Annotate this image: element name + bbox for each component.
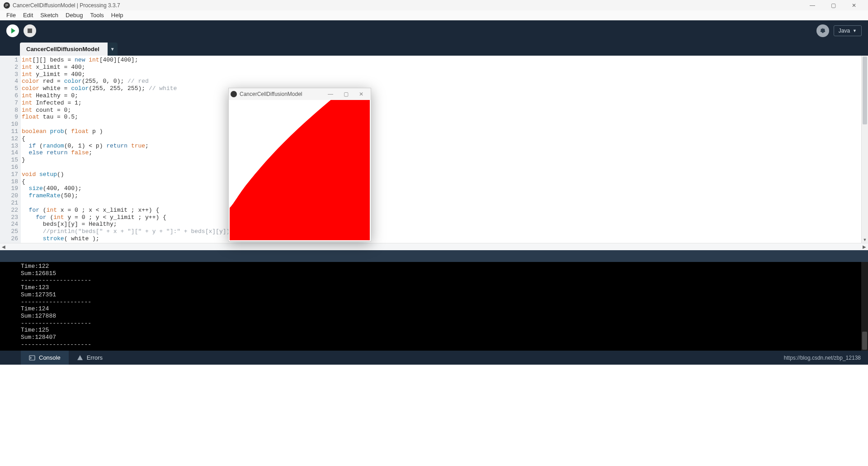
menu-help[interactable]: Help — [108, 12, 127, 19]
status-strip — [0, 250, 868, 262]
console-line: Time:122 — [21, 263, 868, 270]
toolbar: Java ▼ — [0, 20, 868, 41]
language-label: Java — [839, 28, 850, 34]
sketch-close-button[interactable]: ✕ — [354, 91, 369, 97]
console-line: Sum:126815 — [21, 270, 868, 277]
console-line: -------------------- — [21, 277, 868, 284]
editor-horizontal-scrollbar[interactable]: ◀ ▶ — [0, 243, 868, 250]
code-line[interactable]: int count = 0; — [22, 107, 861, 114]
scroll-down-icon[interactable]: ▼ — [862, 236, 868, 243]
console-scroll-thumb[interactable] — [862, 332, 867, 350]
code-line[interactable]: //println("beds[" + x + "][" + y + "]:" … — [22, 228, 861, 235]
menubar: File Edit Sketch Debug Tools Help — [0, 10, 868, 20]
code-line[interactable]: stroke( white ); — [22, 235, 861, 243]
window-minimize-button[interactable]: — — [802, 0, 823, 10]
stop-button[interactable] — [24, 24, 36, 37]
window-title: CancerCellDiffusionModel | Processing 3.… — [13, 2, 120, 9]
editor: 1234567891011121314151617181920212223242… — [0, 56, 868, 243]
code-line[interactable]: frameRate(50); — [22, 192, 861, 200]
menu-file[interactable]: File — [3, 12, 19, 19]
editor-vertical-scrollbar[interactable]: ▲ ▼ — [861, 56, 868, 243]
code-line[interactable] — [22, 121, 861, 128]
os-titlebar: P CancerCellDiffusionModel | Processing … — [0, 0, 868, 10]
console-line: Time:124 — [21, 305, 868, 313]
console-line: -------------------- — [21, 341, 868, 348]
code-line[interactable]: int x_limit = 400; — [22, 64, 861, 71]
bottom-tab-console[interactable]: Console — [21, 351, 69, 365]
tab-row: CancerCellDiffusionModel ▼ — [0, 41, 868, 56]
bottom-bar: Console Errors https://blog.csdn.net/zbp… — [0, 351, 868, 365]
console-line: Sum:127888 — [21, 313, 868, 320]
stop-icon — [28, 29, 32, 33]
chevron-down-icon: ▼ — [853, 29, 857, 33]
code-line[interactable]: { — [22, 178, 861, 185]
console-line: Time:123 — [21, 284, 868, 291]
bottom-tab-errors[interactable]: Errors — [69, 351, 111, 365]
app-icon: P — [4, 2, 10, 9]
console-line: Sum:127351 — [21, 291, 868, 299]
code-line[interactable]: beds[x][y] = Healthy; — [22, 221, 861, 228]
console-icon — [29, 355, 35, 361]
diffusion-shape — [230, 100, 370, 240]
code-line[interactable] — [22, 164, 861, 171]
code-line[interactable]: int Infected = 1; — [22, 100, 861, 107]
code-line[interactable]: void setup() — [22, 171, 861, 178]
window-maximize-button[interactable]: ▢ — [823, 0, 844, 10]
menu-sketch[interactable]: Sketch — [37, 12, 62, 19]
code-line[interactable]: if (random(0, 1) < p) return true; — [22, 143, 861, 150]
run-button[interactable] — [6, 24, 19, 37]
code-line[interactable]: boolean prob( float p ) — [22, 128, 861, 135]
console-output[interactable]: Time:122Sum:126815--------------------Ti… — [0, 262, 868, 351]
code-line[interactable]: } — [22, 157, 861, 164]
console-tab-label: Console — [39, 354, 61, 361]
line-gutter: 1234567891011121314151617181920212223242… — [0, 56, 21, 243]
warning-icon — [77, 355, 83, 361]
sketch-maximize-button[interactable]: ▢ — [338, 91, 354, 97]
code-line[interactable]: for (int y = 0 ; y < y_limit ; y++) { — [22, 214, 861, 221]
console-line: Sum:128407 — [21, 334, 868, 341]
sketch-minimize-button[interactable]: — — [323, 91, 338, 97]
sketch-canvas — [230, 100, 370, 240]
code-line[interactable]: for (int x = 0 ; x < x_limit ; x++) { — [22, 207, 861, 214]
tab-sketch[interactable]: CancerCellDiffusionModel — [20, 43, 108, 56]
sketch-output-window[interactable]: CancerCellDiffusionModel — ▢ ✕ — [228, 88, 371, 242]
code-line[interactable]: color red = color(255, 0, 0); // red — [22, 78, 861, 85]
code-line[interactable]: { — [22, 135, 861, 143]
sketch-app-icon — [231, 91, 237, 97]
errors-tab-label: Errors — [87, 354, 103, 361]
butterfly-icon — [819, 27, 826, 34]
console-line: -------------------- — [21, 320, 868, 327]
code-line[interactable]: int[][] beds = new int[400][400]; — [22, 57, 861, 64]
code-line[interactable] — [22, 200, 861, 207]
menu-debug[interactable]: Debug — [62, 12, 86, 19]
watermark-url: https://blog.csdn.net/zbp_12138 — [784, 355, 868, 361]
console-line: -------------------- — [21, 299, 868, 306]
scroll-right-icon[interactable]: ▶ — [861, 243, 868, 250]
console-line: Time:125 — [21, 327, 868, 334]
menu-edit[interactable]: Edit — [19, 12, 37, 19]
language-mode-button[interactable]: Java ▼ — [834, 25, 862, 36]
svg-rect-0 — [29, 356, 35, 360]
sketch-window-title: CancerCellDiffusionModel — [240, 91, 302, 97]
code-line[interactable]: color white = color(255, 255, 255); // w… — [22, 85, 861, 92]
scroll-left-icon[interactable]: ◀ — [0, 243, 7, 250]
play-icon — [11, 28, 15, 33]
code-area[interactable]: int[][] beds = new int[400][400];int x_l… — [21, 56, 861, 243]
console-vertical-scrollbar[interactable] — [861, 262, 868, 351]
menu-tools[interactable]: Tools — [86, 12, 107, 19]
window-close-button[interactable]: ✕ — [844, 0, 864, 10]
code-line[interactable]: float tau = 0.5; — [22, 114, 861, 121]
sketch-titlebar[interactable]: CancerCellDiffusionModel — ▢ ✕ — [229, 88, 371, 100]
code-line[interactable]: else return false; — [22, 149, 861, 157]
debug-mode-icon[interactable] — [816, 24, 829, 37]
code-line[interactable]: size(400, 400); — [22, 185, 861, 192]
scroll-thumb[interactable] — [863, 57, 867, 124]
code-line[interactable]: int y_limit = 400; — [22, 71, 861, 78]
tab-dropdown-button[interactable]: ▼ — [108, 43, 118, 56]
code-line[interactable]: int Healthy = 0; — [22, 92, 861, 100]
